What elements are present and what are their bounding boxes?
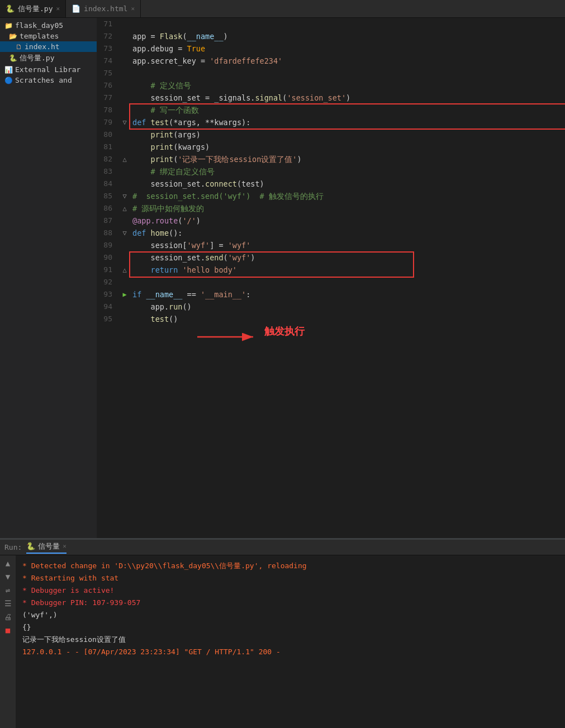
line-number-79: 79 — [97, 116, 119, 129]
code-line-71: 71 — [97, 18, 565, 30]
code-line-89: 89 session['wyf'] = 'wyf' — [97, 239, 565, 251]
line-code-82: print('记录一下我给session设置了值') — [130, 153, 565, 165]
tab-index-html[interactable]: 📄 index.html ✕ — [66, 0, 141, 17]
line-gutter-79: ▽ — [119, 116, 130, 129]
sidebar-item-flask-day05[interactable]: 📁 flask_day05 — [0, 20, 97, 31]
code-line-78: 78 # 写一个函数 — [97, 104, 565, 116]
run-output-line: * Debugger PIN: 107-939-057 — [22, 597, 558, 609]
code-line-76: 76 # 定义信号 — [97, 79, 565, 92]
code-container[interactable]: 触发执行 71 72app = Flask(__name__)73app.deb… — [97, 18, 565, 538]
code-line-79: 79▽def test(*args, **kwargs): — [97, 116, 565, 129]
html-file-icon: 📄 — [72, 4, 80, 13]
line-code-90: session_set.send('wyf') — [130, 251, 565, 264]
code-line-82: 82△ print('记录一下我给session设置了值') — [97, 153, 565, 165]
run-lines-icon[interactable]: ☰ — [4, 599, 12, 608]
code-line-95: 95 test() — [97, 313, 565, 325]
line-number-78: 78 — [97, 104, 119, 116]
line-code-85: # session_set.send('wyf') # 触发信号的执行 — [130, 190, 565, 202]
line-number-92: 92 — [97, 276, 119, 288]
sidebar-item-scratches[interactable]: 🔵 Scratches and — [0, 75, 97, 85]
sidebar-label-xinhaoliang: 信号量.py — [20, 53, 54, 63]
run-output-line: 记录一下我给session设置了值 — [22, 634, 558, 646]
line-number-74: 74 — [97, 55, 119, 67]
line-gutter-85: ▽ — [119, 190, 130, 202]
sidebar-item-xinhaoliang-py[interactable]: 🐍 信号量.py — [0, 52, 97, 64]
run-tab-label: 信号量 — [38, 541, 60, 551]
tab-xinhaoliang-py[interactable]: 🐍 信号量.py ✕ — [0, 0, 66, 17]
run-wrap-icon[interactable]: ⇌ — [6, 586, 10, 594]
tab-label-py: 信号量.py — [18, 4, 53, 14]
line-number-91: 91 — [97, 264, 119, 276]
line-gutter-74 — [119, 55, 130, 67]
line-code-95: test() — [130, 313, 565, 325]
run-down-icon[interactable]: ▼ — [6, 572, 10, 581]
code-table: 71 72app = Flask(__name__)73app.debug = … — [97, 18, 565, 325]
line-code-87: @app.route('/') — [130, 215, 565, 227]
line-code-73: app.debug = True — [130, 42, 565, 55]
code-line-90: 90 session_set.send('wyf') — [97, 251, 565, 264]
sidebar: 📁 flask_day05 📂 templates 🗋 index.ht 🐍 信… — [0, 18, 97, 538]
tab-close-py[interactable]: ✕ — [56, 5, 60, 12]
line-gutter-86: △ — [119, 202, 130, 215]
code-line-88: 88▽def home(): — [97, 227, 565, 239]
lib-icon: 📊 — [4, 66, 13, 74]
sidebar-label-templates: templates — [20, 32, 59, 40]
py-file-icon: 🐍 — [6, 4, 15, 13]
line-number-76: 76 — [97, 79, 119, 92]
code-line-94: 94 app.run() — [97, 301, 565, 313]
line-gutter-77 — [119, 92, 130, 104]
sidebar-label-flask: flask_day05 — [15, 21, 63, 30]
run-print-icon[interactable]: 🖨 — [4, 612, 12, 621]
code-line-85: 85▽# session_set.send('wyf') # 触发信号的执行 — [97, 190, 565, 202]
tab-close-html[interactable]: ✕ — [131, 5, 135, 12]
sidebar-label-indexhtml: index.ht — [25, 42, 60, 51]
line-code-79: def test(*args, **kwargs): — [130, 116, 565, 129]
code-line-75: 75 — [97, 67, 565, 79]
line-number-75: 75 — [97, 67, 119, 79]
line-gutter-76 — [119, 79, 130, 92]
run-panel: Run: 🐍 信号量 ✕ ▲ ▼ ⇌ ☰ 🖨 ■ * Detected chan… — [0, 538, 565, 728]
line-gutter-75 — [119, 67, 130, 79]
line-code-71 — [130, 18, 565, 30]
line-code-77: session_set = _signals.signal('session_s… — [130, 92, 565, 104]
run-tab-xinhaoliang[interactable]: 🐍 信号量 ✕ — [26, 541, 67, 554]
line-code-93: if __name__ == '__main__': — [130, 288, 565, 301]
line-gutter-92 — [119, 276, 130, 288]
line-code-75 — [130, 67, 565, 79]
line-number-87: 87 — [97, 215, 119, 227]
code-line-80: 80 print(args) — [97, 129, 565, 141]
line-gutter-80 — [119, 129, 130, 141]
line-gutter-95 — [119, 313, 130, 325]
line-gutter-90 — [119, 251, 130, 264]
run-label: Run: — [4, 543, 22, 551]
line-number-82: 82 — [97, 153, 119, 165]
line-gutter-71 — [119, 18, 130, 30]
run-up-icon[interactable]: ▲ — [6, 559, 10, 568]
sidebar-item-external-libs[interactable]: 📊 External Librar — [0, 64, 97, 75]
line-gutter-83 — [119, 165, 130, 178]
run-tab-close[interactable]: ✕ — [63, 543, 67, 550]
line-gutter-73 — [119, 42, 130, 55]
line-number-84: 84 — [97, 178, 119, 190]
run-output-line: {} — [22, 621, 558, 634]
line-number-72: 72 — [97, 30, 119, 42]
line-number-88: 88 — [97, 227, 119, 239]
html-icon: 🗋 — [16, 43, 22, 51]
line-gutter-89 — [119, 239, 130, 251]
line-number-90: 90 — [97, 251, 119, 264]
line-code-76: # 定义信号 — [130, 79, 565, 92]
line-number-89: 89 — [97, 239, 119, 251]
run-header: Run: 🐍 信号量 ✕ — [0, 540, 565, 555]
sidebar-item-indexhtml[interactable]: 🗋 index.ht — [0, 41, 97, 52]
run-stop-icon[interactable]: ■ — [6, 626, 10, 635]
line-number-95: 95 — [97, 313, 119, 325]
line-code-91: return 'hello body' — [130, 264, 565, 276]
line-gutter-72 — [119, 30, 130, 42]
code-line-83: 83 # 绑定自定义信号 — [97, 165, 565, 178]
line-number-85: 85 — [97, 190, 119, 202]
sidebar-item-templates[interactable]: 📂 templates — [0, 31, 97, 41]
code-line-77: 77 session_set = _signals.signal('sessio… — [97, 92, 565, 104]
code-line-84: 84 session_set.connect(test) — [97, 178, 565, 190]
run-output: * Detected change in 'D:\\py20\\flask_da… — [16, 555, 565, 728]
py-sidebar-icon: 🐍 — [9, 54, 17, 62]
